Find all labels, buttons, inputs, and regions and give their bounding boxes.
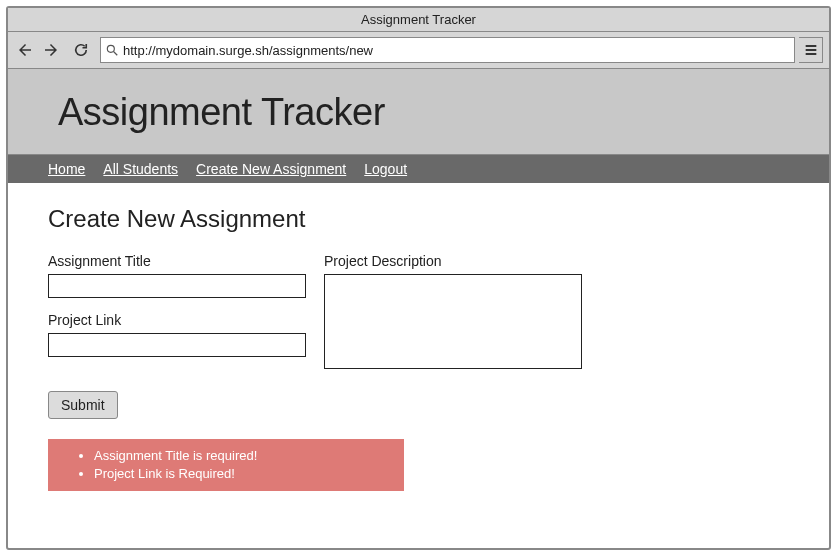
project-description-label: Project Description xyxy=(324,253,582,269)
field-assignment-title: Assignment Title xyxy=(48,253,306,298)
nav-all-students[interactable]: All Students xyxy=(103,161,178,177)
browser-menu-button[interactable] xyxy=(799,37,823,63)
hamburger-icon xyxy=(803,42,819,58)
project-link-input[interactable] xyxy=(48,333,306,357)
project-link-label: Project Link xyxy=(48,312,306,328)
submit-button[interactable]: Submit xyxy=(48,391,118,419)
project-description-textarea[interactable] xyxy=(324,274,582,369)
form-left-column: Assignment Title Project Link xyxy=(48,253,306,373)
error-item: Assignment Title is required! xyxy=(94,447,392,465)
error-item: Project Link is Required! xyxy=(94,465,392,483)
app-title: Assignment Tracker xyxy=(58,91,829,134)
window-title: Assignment Tracker xyxy=(8,8,829,32)
form-row: Assignment Title Project Link Project De… xyxy=(48,253,789,373)
reload-icon xyxy=(72,41,90,59)
assignment-title-label: Assignment Title xyxy=(48,253,306,269)
page-content: Create New Assignment Assignment Title P… xyxy=(8,183,829,513)
url-input[interactable] xyxy=(119,43,790,58)
field-project-link: Project Link xyxy=(48,312,306,357)
reload-button[interactable] xyxy=(70,39,92,61)
form-right-column: Project Description xyxy=(324,253,582,373)
forward-button[interactable] xyxy=(40,39,62,61)
field-project-description: Project Description xyxy=(324,253,582,373)
back-button[interactable] xyxy=(14,39,36,61)
browser-window: Assignment Tracker Assignment Tracker Ho… xyxy=(6,6,831,550)
assignment-title-input[interactable] xyxy=(48,274,306,298)
arrow-right-icon xyxy=(42,41,60,59)
nav-home[interactable]: Home xyxy=(48,161,85,177)
error-list: Assignment Title is required! Project Li… xyxy=(78,447,392,483)
svg-line-1 xyxy=(114,52,118,56)
nav-logout[interactable]: Logout xyxy=(364,161,407,177)
arrow-left-icon xyxy=(16,41,34,59)
url-bar[interactable] xyxy=(100,37,795,63)
navbar: Home All Students Create New Assignment … xyxy=(8,155,829,183)
browser-toolbar xyxy=(8,32,829,69)
nav-create-new-assignment[interactable]: Create New Assignment xyxy=(196,161,346,177)
page-heading: Create New Assignment xyxy=(48,205,789,233)
error-box: Assignment Title is required! Project Li… xyxy=(48,439,404,491)
app-header: Assignment Tracker xyxy=(8,69,829,155)
svg-point-0 xyxy=(107,45,114,52)
search-icon xyxy=(105,43,119,57)
